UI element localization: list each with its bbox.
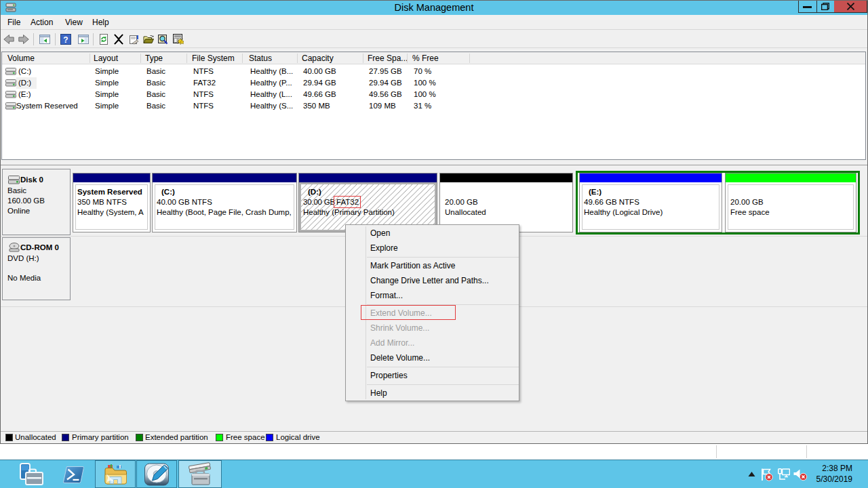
svg-text:?: ? — [63, 35, 68, 45]
